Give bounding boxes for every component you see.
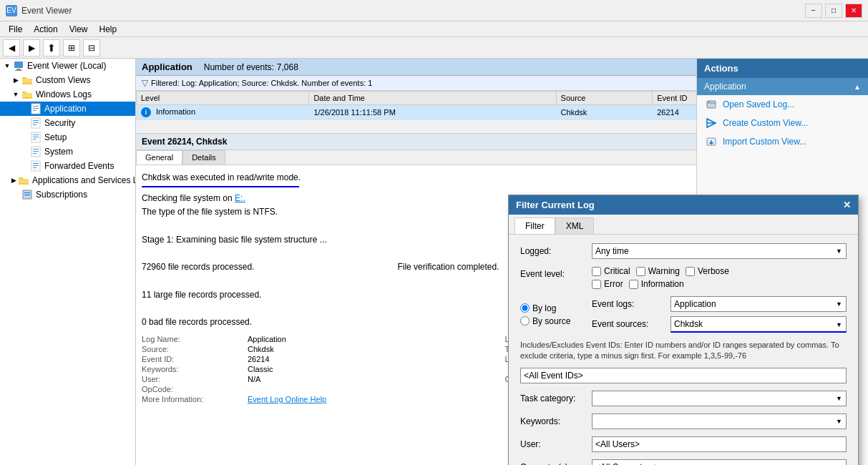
tree-label-application: Application [44, 104, 87, 114]
meta-value-user: N/A [248, 375, 499, 383]
tree-expand-custom[interactable]: ▶ [11, 76, 20, 84]
checkbox-information-label: Information [641, 279, 684, 289]
filter-user-input[interactable] [592, 436, 847, 452]
event-sources-row: Event sources: Chkdsk [592, 316, 847, 333]
radio-by-log[interactable]: By log [520, 303, 585, 313]
tree-expand-app [20, 104, 29, 113]
log-icon-forwarded [30, 160, 42, 172]
svg-rect-14 [33, 139, 36, 140]
cell-level: i Information [137, 105, 309, 120]
svg-rect-8 [33, 120, 39, 121]
radio-by-source-input[interactable] [520, 316, 530, 326]
info-icon: i [141, 107, 151, 117]
checkbox-error[interactable]: Error [592, 279, 623, 289]
tree-item-security[interactable]: Security [0, 116, 135, 130]
minimize-button[interactable]: − [805, 4, 822, 18]
filter-keywords-row: Keywords: [520, 413, 847, 429]
tab-general[interactable]: General [136, 150, 182, 165]
filter-dialog: Filter Current Log ✕ Filter XML Logged: … [508, 195, 859, 465]
menu-view[interactable]: View [64, 23, 94, 36]
tree-item-custom-views[interactable]: ▶ Custom Views [0, 73, 135, 87]
actions-header: Actions [697, 59, 868, 78]
col-level[interactable]: Level [137, 92, 309, 105]
tree-item-windows-logs[interactable]: ▼ Windows Logs [0, 87, 135, 102]
log-icon-setup [30, 132, 42, 143]
tree-expand-windows[interactable]: ▼ [11, 90, 20, 99]
svg-rect-1 [16, 69, 21, 70]
event-logs-select[interactable]: Application [670, 296, 847, 312]
checkbox-verbose-label: Verbose [698, 266, 729, 276]
action-create-custom-view[interactable]: Create Custom View... [697, 114, 868, 132]
checkbox-verbose[interactable]: Verbose [686, 266, 729, 276]
svg-rect-22 [33, 167, 36, 168]
window-title: Event Viewer [21, 6, 805, 16]
window-controls[interactable]: − □ ✕ [805, 4, 862, 18]
filter-close-icon[interactable]: ✕ [843, 200, 851, 210]
actions-app-label: Application [704, 82, 746, 92]
radio-by-log-input[interactable] [520, 303, 530, 313]
checkbox-critical[interactable]: Critical [592, 266, 630, 276]
event-logs-label: Event logs: [592, 296, 663, 309]
toolbar: ◀ ▶ ⬆ ⊞ ⊟ [0, 37, 868, 59]
filter-logged-control: Any time [592, 243, 847, 259]
checkbox-warning[interactable]: Warning [636, 266, 680, 276]
filter-tab-filter[interactable]: Filter [515, 217, 555, 234]
menu-action[interactable]: Action [28, 23, 63, 36]
filter-tab-xml[interactable]: XML [555, 217, 595, 234]
filter-task-row: Task category: [520, 391, 847, 406]
filter-computer-input[interactable] [592, 459, 847, 465]
filter-keywords-select[interactable] [592, 413, 847, 429]
radio-by-source[interactable]: By source [520, 316, 585, 326]
filter-task-select[interactable] [592, 391, 847, 406]
meta-value-logname: Application [248, 335, 499, 343]
meta-value-eventid: 26214 [248, 355, 499, 363]
filter-eventids-input[interactable] [520, 368, 847, 383]
tree-item-setup[interactable]: Setup [0, 130, 135, 145]
close-button[interactable]: ✕ [845, 4, 862, 18]
col-source[interactable]: Source [556, 92, 653, 105]
action-open-saved-log[interactable]: Open Saved Log... [697, 95, 868, 114]
filter-event-level-row: Event level: Critical Warning [520, 266, 847, 289]
menu-help[interactable]: Help [94, 23, 123, 36]
tree-expand-root[interactable]: ▼ [3, 62, 11, 70]
menu-file[interactable]: File [3, 23, 28, 36]
maximize-button[interactable]: □ [825, 4, 842, 18]
checkbox-warning-input[interactable] [636, 267, 645, 276]
tree-label-setup: Setup [44, 132, 67, 142]
filter-event-level-control: Critical Warning Verbose [592, 266, 847, 289]
svg-point-27 [708, 102, 710, 103]
col-datetime[interactable]: Date and Time [309, 92, 556, 105]
tree-item-app-services[interactable]: ▶ Applications and Services Lo... [0, 173, 135, 187]
drive-link[interactable]: E:. [235, 193, 245, 203]
filter-hint: Includes/Excludes Event IDs: Enter ID nu… [520, 340, 847, 362]
show-hide-button[interactable]: ⊞ [63, 39, 80, 57]
action-import-custom-view[interactable]: Import Custom View... [697, 132, 868, 151]
tree-expand-appsvcs[interactable]: ▶ [11, 176, 16, 185]
tab-details[interactable]: Details [182, 150, 225, 165]
filter-event-level-label: Event level: [520, 266, 585, 279]
tree-item-application[interactable]: Application [0, 102, 135, 116]
checkbox-critical-input[interactable] [592, 267, 601, 276]
filter-computer-control [592, 459, 847, 465]
checkbox-verbose-input[interactable] [686, 267, 695, 276]
tree-label-windows-logs: Windows Logs [36, 89, 92, 99]
up-button[interactable]: ⬆ [43, 39, 60, 57]
tree-item-forwarded[interactable]: Forwarded Events [0, 159, 135, 173]
back-button[interactable]: ◀ [3, 39, 20, 57]
forward-button[interactable]: ▶ [23, 39, 40, 57]
filter-logged-select[interactable]: Any time [592, 243, 847, 259]
checkbox-information[interactable]: Information [629, 279, 684, 289]
filter-user-control [592, 436, 847, 452]
properties-button[interactable]: ⊟ [83, 39, 100, 57]
event-sources-select[interactable]: Chkdsk [670, 316, 847, 333]
radio-by-log-label: By log [532, 303, 556, 313]
tree-item-system[interactable]: System [0, 145, 135, 159]
action-label-open: Open Saved Log... [723, 99, 794, 109]
svg-rect-13 [33, 137, 39, 137]
checkbox-group-bottom: Error Information [592, 279, 847, 289]
tree-item-subscriptions[interactable]: Subscriptions [0, 187, 135, 202]
checkbox-information-input[interactable] [629, 280, 638, 289]
tree-root[interactable]: ▼ Event Viewer (Local) [0, 59, 135, 73]
checkbox-error-input[interactable] [592, 280, 601, 289]
meta-link-more-info[interactable]: Event Log Online Help [248, 395, 499, 403]
